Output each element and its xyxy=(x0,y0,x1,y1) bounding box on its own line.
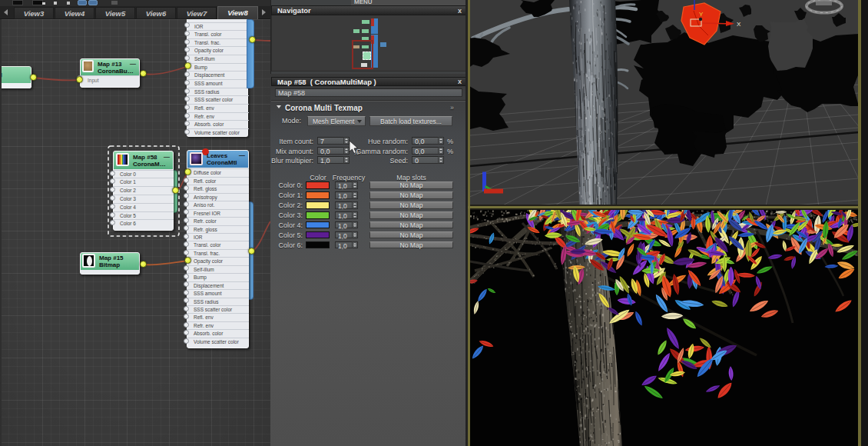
svg-text:Y: Y xyxy=(699,11,704,18)
svg-text:X: X xyxy=(737,21,741,28)
